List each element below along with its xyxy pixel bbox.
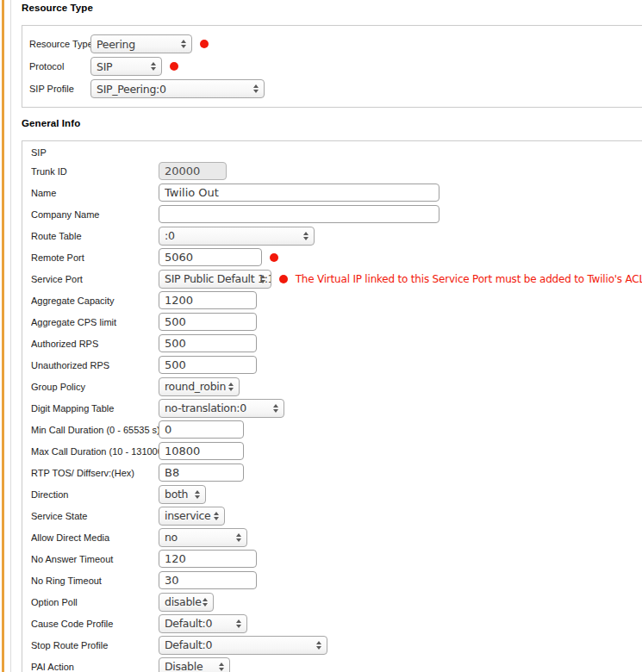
digit-mapping-table-selected-value: no-translation:0: [165, 401, 246, 414]
spinner-down-icon[interactable]: [236, 625, 241, 628]
max-call-duration-label: Max Call Duration (10 - 131000 s): [31, 446, 159, 457]
direction-select[interactable]: both: [159, 485, 206, 504]
spinner-down-icon[interactable]: [253, 90, 259, 93]
spinner-up-icon[interactable]: [181, 40, 186, 43]
sip-profile-row: SIP ProfileSIP_Peering:0: [29, 78, 642, 100]
name-row: Name: [31, 182, 642, 203]
no-ring-timeout-label: No Ring Timeout: [31, 576, 159, 586]
sip-profile-selected-value: SIP_Peering:0: [97, 83, 166, 96]
direction-row: Directionboth: [31, 483, 642, 505]
protocol-select[interactable]: SIP: [90, 57, 162, 76]
spinner-up-icon[interactable]: [236, 533, 241, 537]
no-ring-timeout-input[interactable]: [159, 571, 257, 589]
sip-profile-select[interactable]: SIP_Peering:0: [90, 79, 265, 98]
resource-type-row: Resource TypePeering: [29, 33, 642, 55]
digit-mapping-table-select[interactable]: no-translation:0: [159, 399, 284, 418]
spinner-icon[interactable]: [201, 598, 209, 607]
spinner-up-icon[interactable]: [253, 84, 259, 88]
unauthorized-rps-input[interactable]: [159, 356, 257, 374]
resource-type-select[interactable]: Peering: [90, 34, 192, 53]
service-port-selected-value: SIP Public Default 1:1: [165, 272, 271, 285]
service-port-select[interactable]: SIP Public Default 1:1: [159, 270, 271, 289]
spinner-down-icon[interactable]: [181, 45, 186, 48]
required-dot-icon: [170, 62, 178, 71]
resource-type-fieldset: Resource TypePeeringProtocolSIPSIP Profi…: [22, 25, 642, 108]
allow-direct-media-select[interactable]: no: [159, 528, 247, 547]
spinner-icon[interactable]: [149, 62, 158, 71]
digit-mapping-table-row: Digit Mapping Tableno-translation:0: [31, 397, 642, 419]
pai-action-select[interactable]: Disable: [159, 657, 230, 672]
name-input[interactable]: [159, 184, 439, 202]
min-call-duration-row: Min Call Duration (0 - 65535 s): [31, 419, 642, 440]
remote-port-input[interactable]: [159, 248, 262, 266]
service-state-row: Service Stateinservice: [31, 505, 642, 526]
spinner-up-icon[interactable]: [203, 598, 208, 601]
option-poll-selected-value: disable: [165, 595, 202, 608]
spinner-up-icon[interactable]: [303, 232, 309, 235]
max-call-duration-input[interactable]: [159, 442, 244, 460]
rtp-tos-diffserv-label: RTP TOS/ Diffserv:(Hex): [31, 468, 159, 478]
trunk-id-label: Trunk ID: [31, 166, 159, 177]
allow-direct-media-label: Allow Direct Media: [31, 532, 159, 543]
group-policy-select[interactable]: round_robin: [159, 377, 240, 396]
spinner-up-icon[interactable]: [219, 663, 224, 666]
spinner-icon[interactable]: [302, 232, 310, 240]
spinner-up-icon[interactable]: [236, 619, 241, 623]
spinner-up-icon[interactable]: [195, 490, 200, 494]
rtp-tos-diffserv-input[interactable]: [159, 464, 244, 482]
spinner-icon[interactable]: [315, 641, 323, 650]
spinner-up-icon[interactable]: [316, 641, 321, 644]
company-name-row: Company Name: [31, 203, 642, 225]
spinner-icon[interactable]: [212, 512, 221, 520]
route-table-select[interactable]: :0: [159, 227, 315, 246]
authorized-rps-input[interactable]: [159, 334, 257, 352]
spinner-down-icon[interactable]: [214, 517, 219, 520]
spinner-icon[interactable]: [234, 619, 243, 628]
cause-code-profile-label: Cause Code Profile: [31, 619, 159, 629]
aggregate-capacity-label: Aggregate Capacity: [31, 296, 159, 306]
cause-code-profile-select[interactable]: Default:0: [159, 614, 247, 633]
spinner-up-icon[interactable]: [228, 383, 234, 386]
aggregate-cps-limit-row: Aggregate CPS limit: [31, 311, 642, 333]
protocol-selected-value: SIP: [97, 60, 112, 73]
stop-route-profile-select[interactable]: Default:0: [159, 636, 327, 655]
required-dot-icon: [279, 275, 288, 283]
left-accent-bar: [2, 0, 4, 672]
spinner-icon[interactable]: [227, 383, 235, 391]
service-state-select[interactable]: inservice: [159, 507, 225, 526]
spinner-down-icon[interactable]: [236, 538, 241, 542]
spinner-icon[interactable]: [271, 404, 280, 413]
spinner-icon[interactable]: [259, 275, 267, 283]
digit-mapping-table-label: Digit Mapping Table: [31, 403, 159, 414]
spinner-icon[interactable]: [252, 84, 260, 93]
direction-label: Direction: [31, 489, 159, 500]
sip-profile-label: SIP Profile: [29, 84, 90, 94]
spinner-icon[interactable]: [234, 533, 243, 542]
no-answer-timeout-input[interactable]: [159, 550, 257, 568]
spinner-up-icon[interactable]: [273, 404, 278, 408]
section-title-general-info: General Info: [22, 118, 642, 129]
spinner-down-icon[interactable]: [219, 668, 224, 671]
spinner-down-icon[interactable]: [273, 409, 278, 413]
aggregate-capacity-input[interactable]: [159, 291, 257, 309]
spinner-up-icon[interactable]: [214, 512, 219, 515]
general-info-fieldset: SIP Trunk IDNameCompany NameRoute Table:…: [22, 140, 642, 672]
aggregate-cps-limit-input[interactable]: [159, 313, 257, 331]
spinner-down-icon[interactable]: [260, 280, 265, 283]
option-poll-select[interactable]: disable: [159, 593, 214, 612]
spinner-down-icon[interactable]: [316, 646, 321, 650]
spinner-icon[interactable]: [217, 663, 226, 671]
company-name-input[interactable]: [159, 205, 439, 223]
spinner-down-icon[interactable]: [151, 67, 156, 71]
spinner-up-icon[interactable]: [260, 275, 265, 278]
spinner-down-icon[interactable]: [203, 603, 208, 607]
spinner-up-icon[interactable]: [151, 62, 156, 65]
spinner-down-icon[interactable]: [228, 388, 234, 391]
spinner-icon[interactable]: [193, 490, 202, 499]
group-policy-row: Group Policyround_robin: [31, 376, 642, 397]
trunk-id-input[interactable]: [159, 162, 227, 180]
spinner-icon[interactable]: [179, 40, 188, 48]
spinner-down-icon[interactable]: [303, 237, 309, 240]
min-call-duration-input[interactable]: [159, 420, 244, 439]
spinner-down-icon[interactable]: [195, 495, 200, 499]
